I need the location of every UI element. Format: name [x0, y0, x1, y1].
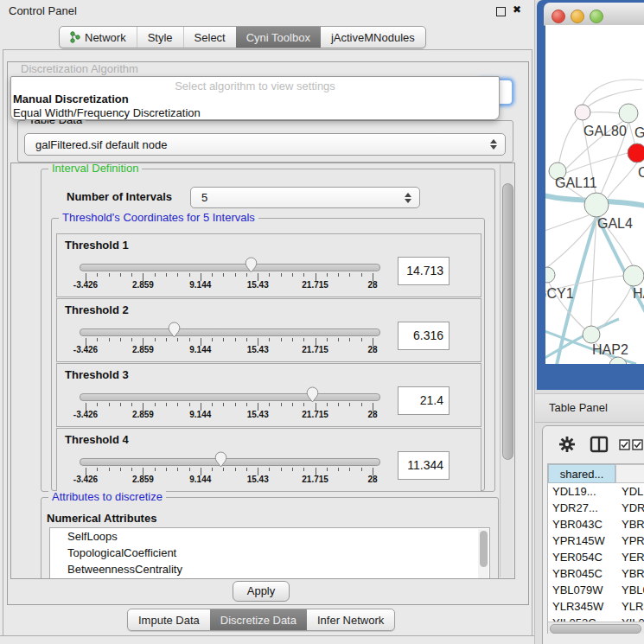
cell-shared-name[interactable]: YDL19...	[552, 483, 613, 500]
attribute-item-topologicalcoefficient[interactable]: TopologicalCoefficient	[50, 545, 489, 561]
numerical-attributes-list[interactable]: SelfLoopsTopologicalCoefficientBetweenne…	[49, 527, 490, 579]
slider-thumb[interactable]	[168, 322, 181, 338]
tab-select[interactable]: Select	[183, 27, 236, 48]
tab-label: Cyni Toolbox	[246, 31, 310, 44]
cell-shared-name[interactable]: YLR345W	[552, 598, 613, 615]
gear-icon[interactable]	[558, 436, 576, 453]
slider-track[interactable]	[80, 393, 380, 401]
edge[interactable]	[599, 285, 632, 329]
network-graph[interactable]: GAL80GACYGAL11GAL4HAGCY1HAP2	[545, 25, 644, 364]
apply-button[interactable]: Apply	[233, 581, 290, 602]
edge[interactable]	[558, 115, 582, 171]
cell-shared-name[interactable]: YBR045C	[552, 565, 613, 582]
close-icon[interactable]: ✖	[513, 3, 521, 16]
cell-shared-name[interactable]: YPR145W	[552, 532, 613, 549]
table-row[interactable]: YLR345WYLR3...	[548, 598, 644, 615]
slider-track[interactable]	[80, 264, 380, 271]
tab-label: Style	[148, 31, 173, 44]
edge[interactable]	[583, 80, 644, 105]
node-gcy1[interactable]	[545, 267, 555, 283]
cell-shared-name[interactable]: YDR27...	[552, 500, 613, 516]
vertical-scrollbar[interactable]	[500, 164, 513, 577]
node-bnode[interactable]	[609, 357, 627, 364]
table-row[interactable]: YER054CYER0...	[548, 549, 644, 565]
cell-shared-name[interactable]: YBR043C	[552, 516, 613, 532]
checkbox-icon[interactable]	[619, 439, 630, 450]
algorithm-option-equal-width-frequency-discretization[interactable]: Equal Width/Frequency Discretization	[13, 106, 491, 119]
tick-label: 9.144	[179, 345, 222, 354]
table-row[interactable]: YPR145WYPR1...	[548, 532, 644, 549]
attribute-item-selfloops[interactable]: SelfLoops	[50, 528, 489, 545]
tab-label: Discretize Data	[220, 614, 296, 627]
horizontal-scrollbar[interactable]	[548, 622, 644, 634]
network-window-titlebar[interactable]	[544, 3, 644, 26]
node-gal4[interactable]	[584, 193, 609, 217]
algorithm-option-manual-discretization[interactable]: Manual Discretization	[13, 92, 491, 105]
zoom-window-icon[interactable]	[590, 10, 603, 23]
table-panel-title: Table Panel	[549, 401, 608, 414]
cell-name[interactable]: YLR3...	[622, 598, 644, 615]
cell-name[interactable]: YDR2...	[622, 500, 644, 516]
edge[interactable]	[590, 112, 619, 113]
tab-infer-network[interactable]: Infer Network	[307, 609, 394, 630]
combo-arrows-icon	[490, 139, 497, 150]
cell-name[interactable]: YER0...	[622, 549, 644, 565]
node-hnode[interactable]	[623, 265, 644, 286]
slider-thumb[interactable]	[306, 386, 319, 403]
node-red[interactable]	[628, 143, 644, 163]
cell-name[interactable]: YDL1...	[622, 483, 644, 500]
attributes-group-title: Attributes to discretize	[48, 491, 166, 503]
attribute-item-betweennesscentrality[interactable]: BetweennessCentrality	[50, 561, 489, 577]
horizontal-scrollbar-thumb[interactable]	[550, 624, 641, 634]
minimize-window-icon[interactable]	[571, 10, 584, 23]
cell-name[interactable]: YBR0...	[622, 516, 644, 532]
threshold-value-input[interactable]: 14.713	[398, 257, 450, 285]
node-hap2[interactable]	[583, 326, 600, 343]
slider-track[interactable]	[80, 458, 380, 466]
column-view-icon[interactable]	[590, 436, 609, 453]
interval-definition-group: Interval Definition Number of Intervals …	[41, 169, 495, 492]
threshold-value-input[interactable]: 11.344	[398, 451, 450, 480]
edge[interactable]	[566, 153, 628, 173]
close-window-icon[interactable]	[552, 10, 565, 23]
tab-network[interactable]: Network	[60, 27, 137, 48]
column-header-name[interactable]: n...	[615, 464, 644, 483]
threshold-value-input[interactable]: 21.4	[398, 386, 450, 415]
cell-name[interactable]: YBL0...	[622, 582, 644, 598]
table-data-combo[interactable]: galFiltered.sif default node	[24, 133, 506, 156]
node-gal80[interactable]	[575, 105, 590, 120]
table-row[interactable]: YBL079WYBL0...	[548, 582, 644, 598]
cell-shared-name[interactable]: YER054C	[552, 549, 613, 565]
table-row[interactable]: YDR27...YDR2...	[548, 500, 644, 516]
tick-label: -3.426	[64, 410, 107, 419]
tab-style[interactable]: Style	[137, 27, 183, 48]
tab-impute-data[interactable]: Impute Data	[128, 609, 210, 630]
node-gal3[interactable]	[619, 104, 638, 123]
cell-name[interactable]: YBR0...	[622, 565, 644, 582]
checkbox-icon[interactable]	[632, 439, 643, 450]
cell-name[interactable]: YPR1...	[622, 532, 644, 549]
table-row[interactable]: YDL19...YDL1...	[548, 483, 644, 500]
number-of-intervals-combo[interactable]: 5	[190, 187, 420, 208]
tick-label: 9.144	[179, 410, 222, 419]
table-row[interactable]: YBR043CYBR0...	[548, 516, 644, 532]
tab-jactivemnodules[interactable]: jActiveMNodules	[321, 27, 425, 48]
vertical-scrollbar-thumb[interactable]	[502, 183, 513, 460]
column-header-shared-name[interactable]: shared...	[548, 464, 615, 483]
thresholds-group: Threshold's Coordinates for 5 Intervals …	[51, 218, 485, 491]
slider-thumb[interactable]	[214, 451, 227, 468]
list-scrollbar[interactable]	[478, 529, 488, 579]
slider-thumb[interactable]	[245, 257, 258, 273]
list-scrollbar-thumb[interactable]	[480, 531, 488, 567]
threshold-label: Threshold 4	[65, 433, 129, 446]
network-canvas[interactable]: GAL80GACYGAL11GAL4HAGCY1HAP2	[545, 25, 644, 364]
cell-shared-name[interactable]: YBL079W	[552, 582, 613, 598]
tab-cyni-toolbox[interactable]: Cyni Toolbox	[236, 27, 321, 48]
tick-label: 15.43	[236, 475, 279, 484]
slider-track[interactable]	[80, 328, 380, 336]
edge[interactable]	[545, 215, 589, 233]
threshold-value-input[interactable]: 6.316	[398, 322, 450, 350]
tab-discretize-data[interactable]: Discretize Data	[210, 609, 307, 630]
table-row[interactable]: YBR045CYBR0...	[548, 565, 644, 582]
float-window-icon[interactable]	[496, 7, 506, 16]
